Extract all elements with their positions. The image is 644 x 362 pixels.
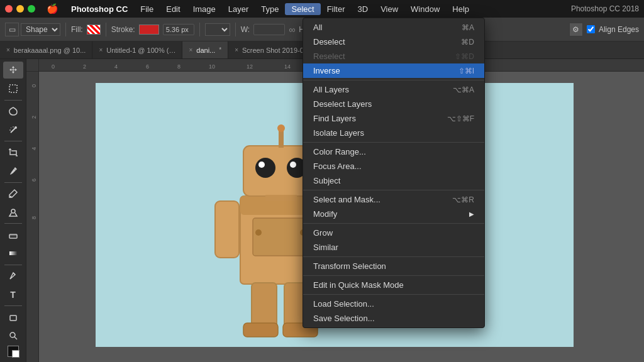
tool-sep-4 <box>4 223 22 224</box>
menubar-select[interactable]: Select <box>285 3 320 15</box>
menu-item-all-layers[interactable]: All Layers ⌥⌘A <box>303 82 484 97</box>
tool-brush[interactable] <box>3 185 23 202</box>
svg-rect-23 <box>279 130 284 148</box>
gear-icon[interactable]: ⚙ <box>569 23 583 36</box>
menubar-help[interactable]: Help <box>446 3 475 15</box>
ruler-mark-v-0: 0 <box>31 84 37 87</box>
menubar-type[interactable]: Type <box>255 3 285 15</box>
menu-item-modify[interactable]: Modify ▶ <box>303 207 484 221</box>
foreground-color[interactable] <box>8 346 19 357</box>
tab-close-2[interactable]: × <box>99 47 103 53</box>
tool-sep-5 <box>4 265 22 265</box>
close-button[interactable] <box>5 5 13 13</box>
menu-sep-7 <box>303 294 484 295</box>
menu-item-color-range[interactable]: Color Range... <box>303 145 484 159</box>
menubar-filter[interactable]: Filter <box>321 3 352 15</box>
menu-item-color-range-label: Color Range... <box>313 147 366 156</box>
stroke-width-input[interactable] <box>163 24 194 35</box>
maximize-button[interactable] <box>28 5 35 13</box>
menu-sep-2 <box>303 142 484 143</box>
separator3 <box>199 23 200 36</box>
tab-close-4[interactable]: × <box>235 47 238 53</box>
stroke-swatch[interactable] <box>139 25 159 35</box>
menubar-layer[interactable]: Layer <box>222 3 255 15</box>
menu-item-quick-mask[interactable]: Edit in Quick Mask Mode <box>303 278 484 292</box>
menu-item-all[interactable]: All ⌘A <box>303 20 484 35</box>
tab-berakaaaal[interactable]: × berakaaaal.png @ 10... <box>0 41 92 59</box>
menu-item-deselect[interactable]: Deselect ⌘D <box>303 35 484 49</box>
menu-item-save-selection[interactable]: Save Selection... <box>303 311 484 326</box>
menu-item-deselect-label: Deselect <box>313 37 345 47</box>
menu-item-isolate-layers[interactable]: Isolate Layers <box>303 126 484 140</box>
tool-lasso[interactable] <box>3 103 23 120</box>
menu-item-select-and-mask[interactable]: Select and Mask... ⌥⌘R <box>303 192 484 207</box>
tab-dani[interactable]: × dani... * <box>182 41 228 59</box>
traffic-lights <box>5 5 35 13</box>
tab-untitled[interactable]: × Untitled-1 @ 100% (… <box>92 41 182 59</box>
tool-pen[interactable] <box>3 268 23 285</box>
ruler-corner <box>26 59 39 72</box>
width-input[interactable] <box>253 24 285 35</box>
menu-item-modify-label: Modify <box>313 209 337 219</box>
tool-eyedropper[interactable] <box>3 162 23 179</box>
stroke-label: Stroke: <box>111 25 135 34</box>
menubar-file[interactable]: File <box>134 3 160 15</box>
menu-item-inverse[interactable]: Inverse ⇧⌘I <box>303 63 484 78</box>
background-color[interactable] <box>12 350 19 358</box>
apple-menu[interactable]: 🍎 <box>40 3 65 14</box>
tool-crop[interactable] <box>3 144 23 161</box>
ruler-mark-0: 0 <box>52 63 55 70</box>
tool-eraser[interactable] <box>3 226 23 243</box>
svg-rect-0 <box>9 85 17 92</box>
tab-close-3[interactable]: × <box>189 47 192 53</box>
tool-mode-icon: ▭ <box>5 23 19 36</box>
menu-item-subject[interactable]: Subject <box>303 173 484 188</box>
svg-point-21 <box>290 162 296 168</box>
menubar-photoshop[interactable]: Photoshop CC <box>65 3 134 15</box>
menu-item-similar[interactable]: Similar <box>303 240 484 255</box>
menubar-window[interactable]: Window <box>404 3 446 15</box>
menubar-view[interactable]: View <box>374 3 404 15</box>
menu-sep-5 <box>303 256 484 257</box>
align-edges-label: Align Edges <box>599 25 639 34</box>
svg-point-7 <box>10 332 15 337</box>
menubar-3d[interactable]: 3D <box>352 3 375 15</box>
fill-swatch[interactable] <box>87 25 101 35</box>
ruler-mark-v-4: 4 <box>31 147 37 150</box>
link-icon[interactable]: ∞ <box>289 25 295 35</box>
shape-dropdown[interactable]: Shape <box>21 23 60 36</box>
menu-item-all-layers-label: All Layers <box>313 85 349 94</box>
menu-item-focus-area[interactable]: Focus Area... <box>303 159 484 173</box>
menubar-edit[interactable]: Edit <box>160 3 186 15</box>
menu-item-transform-selection[interactable]: Transform Selection <box>303 259 484 273</box>
menu-item-all-label: All <box>313 23 322 32</box>
svg-rect-10 <box>253 218 309 256</box>
separator4 <box>235 23 236 36</box>
menu-item-similar-label: Similar <box>313 243 338 252</box>
tool-text[interactable]: T <box>3 286 23 303</box>
tool-marquee[interactable] <box>3 80 23 97</box>
menu-item-find-layers[interactable]: Find Layers ⌥⇧⌘F <box>303 111 484 126</box>
tool-gradient[interactable] <box>3 245 23 262</box>
tool-magic-wand[interactable] <box>3 121 23 138</box>
menubar-image[interactable]: Image <box>187 3 222 15</box>
minimize-button[interactable] <box>16 5 24 13</box>
tool-shape[interactable] <box>3 309 23 326</box>
menu-sep-1 <box>303 80 484 80</box>
menu-item-load-selection[interactable]: Load Selection... <box>303 297 484 311</box>
menubar: 🍎 Photoshop CC File Edit Image Layer Typ… <box>0 0 644 18</box>
tab-close-1[interactable]: × <box>6 47 10 53</box>
tool-stamp[interactable] <box>3 204 23 221</box>
menu-item-grow[interactable]: Grow <box>303 226 484 240</box>
tool-move[interactable] <box>3 62 23 79</box>
stroke-type-dropdown[interactable]: — <box>205 23 230 36</box>
tool-zoom[interactable] <box>3 327 23 344</box>
submenu-arrow-icon: ▶ <box>469 211 474 217</box>
align-edges-checkbox[interactable] <box>587 25 595 33</box>
menu-item-deselect-layers[interactable]: Deselect Layers <box>303 97 484 111</box>
separator <box>65 23 66 36</box>
menu-item-reselect-shortcut: ⇧⌘D <box>455 52 474 61</box>
w-label: W: <box>241 25 250 34</box>
menu-item-select-and-mask-shortcut: ⌥⌘R <box>452 195 474 204</box>
menu-item-subject-label: Subject <box>313 176 340 185</box>
